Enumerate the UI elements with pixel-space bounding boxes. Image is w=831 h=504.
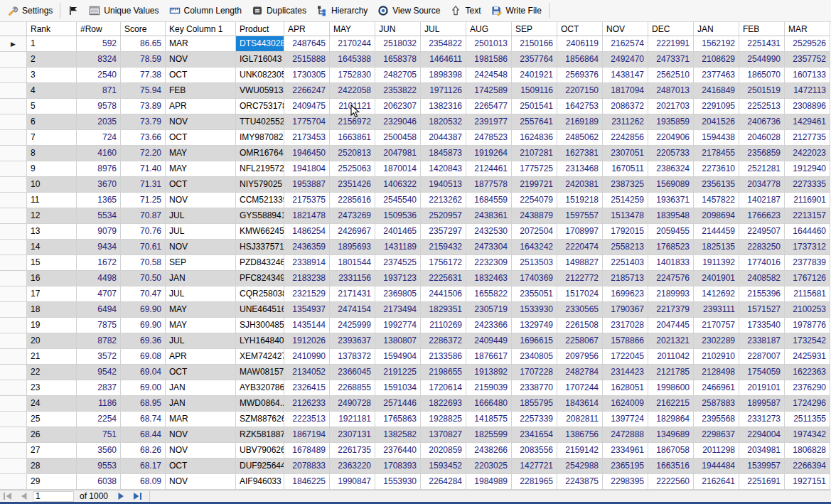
table-cell[interactable]: 2482784 <box>557 365 603 380</box>
table-cell[interactable]: 2251431 <box>739 36 785 52</box>
table-cell[interactable]: 1645388 <box>330 52 375 68</box>
table-cell[interactable]: 2122772 <box>557 271 603 286</box>
table-cell[interactable]: 2222560 <box>648 474 694 490</box>
table-cell[interactable]: 2199721 <box>512 177 557 193</box>
table-cell[interactable]: 2198655 <box>421 365 466 380</box>
table-cell[interactable]: 29 <box>27 474 77 490</box>
row-selector[interactable] <box>0 161 27 177</box>
table-cell[interactable]: 2273335 <box>785 177 830 193</box>
table-cell[interactable]: 2423366 <box>466 318 512 333</box>
table-cell[interactable]: APR <box>166 99 236 114</box>
table-cell[interactable]: 69.36 <box>121 333 166 349</box>
table-cell[interactable]: 2046028 <box>739 130 785 146</box>
row-selector[interactable] <box>0 271 27 286</box>
table-cell[interactable]: 2340805 <box>512 349 557 365</box>
table-cell[interactable]: 1594904 <box>375 349 421 365</box>
column-header[interactable]: JUN <box>375 22 421 36</box>
table-cell[interactable]: 1642753 <box>557 99 603 114</box>
table-cell[interactable]: 1928825 <box>421 412 466 427</box>
table-cell[interactable]: GYS588941 <box>236 208 284 224</box>
table-cell[interactable]: 2213262 <box>421 193 466 208</box>
table-cell[interactable]: 2011298 <box>694 443 739 459</box>
table-cell[interactable]: 2191225 <box>375 365 421 380</box>
table-cell[interactable]: JAN <box>166 380 236 396</box>
table-cell[interactable]: 1429461 <box>785 114 830 130</box>
table-cell[interactable]: 71.40 <box>121 161 166 177</box>
table-cell[interactable]: 2837 <box>77 380 121 396</box>
first-page-button[interactable] <box>0 491 16 502</box>
row-selector[interactable] <box>0 224 27 240</box>
table-cell[interactable]: 2041526 <box>694 114 739 130</box>
table-cell[interactable]: 2170244 <box>330 36 375 52</box>
table-cell[interactable]: XEM742427 <box>236 349 284 365</box>
table-cell[interactable]: 1486254 <box>284 224 330 240</box>
table-cell[interactable]: NFL219572 <box>236 161 284 177</box>
table-cell[interactable]: 2249507 <box>739 224 785 240</box>
table-cell[interactable]: 9553 <box>77 459 121 474</box>
table-cell[interactable]: 1378372 <box>330 349 375 365</box>
table-cell[interactable]: 2217379 <box>648 302 694 318</box>
table-cell[interactable]: DTS443028 <box>236 36 284 52</box>
table-cell[interactable]: 20 <box>27 333 77 349</box>
table-cell[interactable]: 2108629 <box>694 52 739 68</box>
table-cell[interactable]: OCT <box>166 365 236 380</box>
table-cell[interactable]: 1839548 <box>648 208 694 224</box>
table-cell[interactable]: 2107281 <box>512 146 557 161</box>
table-cell[interactable]: 1607133 <box>785 68 830 83</box>
table-cell[interactable]: 2305719 <box>466 302 512 318</box>
table-cell[interactable]: 2086372 <box>603 99 648 114</box>
row-selector[interactable] <box>0 193 27 208</box>
table-cell[interactable]: 1899587 <box>739 396 785 412</box>
table-cell[interactable]: 2321529 <box>284 286 330 302</box>
table-cell[interactable]: 12 <box>27 208 77 224</box>
table-cell[interactable]: 2490728 <box>330 396 375 412</box>
table-cell[interactable]: 2281965 <box>512 474 557 490</box>
table-cell[interactable]: 1720614 <box>421 380 466 396</box>
table-cell[interactable]: 2101121 <box>330 99 375 114</box>
table-cell[interactable]: 2308896 <box>785 99 830 114</box>
table-cell[interactable]: 1953887 <box>284 177 330 193</box>
table-cell[interactable]: 69.08 <box>121 349 166 365</box>
table-cell[interactable]: 1553930 <box>375 474 421 490</box>
table-cell[interactable]: MAY <box>166 161 236 177</box>
table-cell[interactable]: 6494 <box>77 302 121 318</box>
table-cell[interactable]: 1708997 <box>557 224 603 240</box>
table-cell[interactable]: 1913892 <box>466 365 512 380</box>
table-cell[interactable]: 2098694 <box>694 208 739 224</box>
table-cell[interactable]: 2357752 <box>785 52 830 68</box>
table-cell[interactable]: DUF925644 <box>236 459 284 474</box>
column-header[interactable]: JAN <box>694 22 739 36</box>
table-cell[interactable]: MAR <box>166 412 236 427</box>
table-cell[interactable]: 2374525 <box>375 255 421 271</box>
table-cell[interactable]: 2264284 <box>421 474 466 490</box>
table-cell[interactable]: 1597557 <box>557 208 603 224</box>
table-cell[interactable]: 2331156 <box>330 271 375 286</box>
table-cell[interactable]: 2072504 <box>512 224 557 240</box>
table-cell[interactable]: 1730305 <box>284 68 330 83</box>
table-cell[interactable]: 1876617 <box>466 349 512 365</box>
table-cell[interactable]: 2313468 <box>557 161 603 177</box>
table-cell[interactable]: 1382582 <box>375 427 421 443</box>
table-cell[interactable]: 4160 <box>77 146 121 161</box>
table-cell[interactable]: 1386756 <box>557 427 603 443</box>
table-cell[interactable]: 2473304 <box>466 240 512 255</box>
column-header[interactable]: AUG <box>466 22 512 36</box>
table-cell[interactable]: 69.00 <box>121 380 166 396</box>
table-cell[interactable]: 2110269 <box>421 318 466 333</box>
table-cell[interactable]: 2492470 <box>603 52 648 68</box>
table-cell[interactable]: 1898398 <box>421 68 466 83</box>
table-cell[interactable]: 751 <box>77 427 121 443</box>
table-cell[interactable]: 1895693 <box>330 240 375 255</box>
table-cell[interactable]: 16 <box>27 271 77 286</box>
table-cell[interactable]: 2100253 <box>785 302 830 318</box>
row-selector[interactable]: ▶ <box>0 36 27 52</box>
table-cell[interactable]: 1944484 <box>694 459 739 474</box>
table-cell[interactable]: 1792015 <box>603 224 648 240</box>
table-cell[interactable]: 86.65 <box>121 36 166 52</box>
table-cell[interactable]: 2171431 <box>330 286 375 302</box>
table-cell[interactable]: 1431189 <box>375 240 421 255</box>
table-cell[interactable]: 7875 <box>77 318 121 333</box>
table-cell[interactable]: 1354937 <box>284 302 330 318</box>
table-cell[interactable]: 2387325 <box>603 177 648 193</box>
table-cell[interactable]: 2472888 <box>603 427 648 443</box>
